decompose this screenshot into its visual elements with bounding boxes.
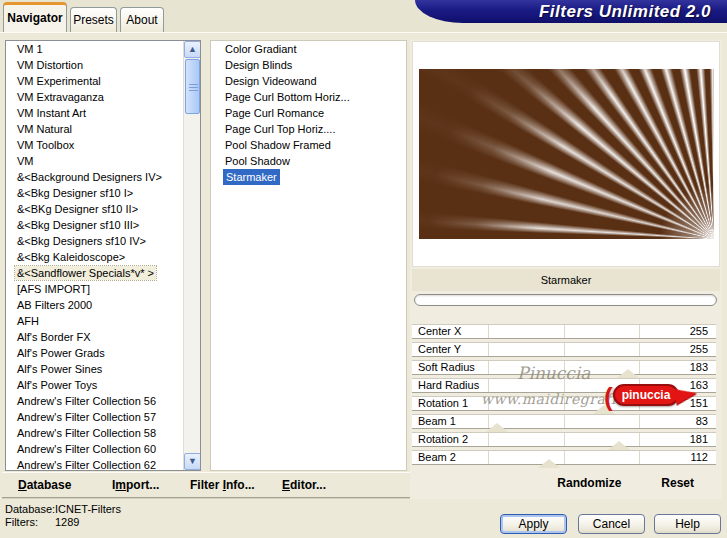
param-label: Beam 2 <box>418 451 456 464</box>
category-list-item[interactable]: Alf's Power Sines <box>6 361 183 377</box>
slider-thumb[interactable] <box>608 441 630 450</box>
cancel-button[interactable]: Cancel <box>578 514 645 534</box>
category-list-item[interactable]: &<Bkg Designer sf10 I> <box>6 185 183 201</box>
down-arrow-icon: ▼ <box>188 456 197 466</box>
category-list-item[interactable]: VM Natural <box>6 121 183 137</box>
filter-list-item[interactable]: Page Curl Romance <box>211 105 406 121</box>
tab-presets[interactable]: Presets <box>70 7 117 32</box>
scroll-down-button[interactable]: ▼ <box>184 453 201 470</box>
filter-list-item[interactable]: Design Videowand <box>211 73 406 89</box>
scroll-thumb[interactable] <box>185 59 200 114</box>
param-value: 255 <box>690 343 708 356</box>
app-title: Filters Unlimited 2.0 <box>539 2 711 22</box>
tab-navigator[interactable]: Navigator <box>3 2 67 32</box>
apply-button[interactable]: Apply <box>500 514 567 534</box>
category-list-item[interactable]: Alf's Power Toys <box>6 377 183 393</box>
category-list-item[interactable]: AB Filters 2000 <box>6 297 183 313</box>
status-filters-value: 1289 <box>55 516 79 529</box>
help-button[interactable]: Help <box>654 514 721 534</box>
slider-thumb[interactable] <box>617 369 639 378</box>
grip-icon <box>189 84 198 91</box>
stamp-label: pinuccia <box>613 384 680 406</box>
filter-list-item[interactable]: Color Gradiant <box>211 41 406 57</box>
filter-list-item[interactable]: Pool Shadow <box>211 153 406 169</box>
category-scrollbar[interactable]: ▲ ▼ <box>183 41 200 470</box>
param-label: Soft Radius <box>418 361 475 374</box>
filter-panel: Starmaker Center X 255 Center Y 255 Soft… <box>410 40 722 499</box>
param-value: 112 <box>690 451 708 464</box>
category-list-item[interactable]: Andrew's Filter Collection 57 <box>6 409 183 425</box>
param-label: Hard Radius <box>418 379 479 392</box>
category-list-item[interactable]: AFH <box>6 313 183 329</box>
category-list-item[interactable]: &<Sandflower Specials*v* > <box>6 265 183 281</box>
scroll-up-button[interactable]: ▲ <box>184 41 201 58</box>
menu-item-filter-info[interactable]: Filter Info... <box>190 478 255 492</box>
filter-listbox[interactable]: Color GradiantDesign BlindsDesign Videow… <box>210 40 407 471</box>
param-row[interactable]: Soft Radius 183 <box>412 360 716 375</box>
filters-unlimited-window: Navigator Presets About Filters Unlimite… <box>0 0 727 538</box>
filter-list-item[interactable]: Starmaker <box>211 169 406 185</box>
menu-item-import[interactable]: Import... <box>112 478 159 492</box>
category-list-item[interactable]: [AFS IMPORT] <box>6 281 183 297</box>
param-row[interactable]: Beam 1 83 <box>412 414 716 429</box>
stamp-paren: ( <box>604 384 613 410</box>
filter-list-item[interactable]: Design Blinds <box>211 57 406 73</box>
status-database-label: Database: <box>5 503 55 516</box>
category-list-item[interactable]: VM Toolbox <box>6 137 183 153</box>
menu-item-editor[interactable]: Editor... <box>282 478 326 492</box>
navigator-page: VM 1VM DistortionVM ExperimentalVM Extra… <box>0 32 727 538</box>
stamp-hand-icon <box>674 385 698 405</box>
category-list-item[interactable]: &<Bkg Kaleidoscope> <box>6 249 183 265</box>
param-row[interactable]: Center X 255 <box>412 324 716 339</box>
up-arrow-icon: ▲ <box>188 44 197 54</box>
category-list-item[interactable]: VM Instant Art <box>6 105 183 121</box>
param-value: 183 <box>690 361 708 374</box>
preview-panel <box>412 41 720 267</box>
randomize-button[interactable]: Randomize <box>557 476 621 490</box>
param-row[interactable]: Rotation 2 181 <box>412 432 716 447</box>
param-value: 83 <box>696 415 708 428</box>
category-listbox[interactable]: VM 1VM DistortionVM ExperimentalVM Extra… <box>5 40 201 471</box>
category-list-item[interactable]: &<Bkg Designers sf10 IV> <box>6 233 183 249</box>
pinuccia-stamp: ( pinuccia <box>604 382 697 408</box>
preview-image <box>419 69 714 239</box>
slider-thumb[interactable] <box>538 459 560 468</box>
category-list-item[interactable]: Andrew's Filter Collection 56 <box>6 393 183 409</box>
progress-bar <box>414 294 717 306</box>
param-value: 181 <box>690 433 708 446</box>
category-list-item[interactable]: VM Experimental <box>6 73 183 89</box>
param-row[interactable]: Beam 2 112 <box>412 450 716 465</box>
category-list-item[interactable]: Andrew's Filter Collection 60 <box>6 441 183 457</box>
filter-list-item[interactable]: Page Curl Bottom Horiz... <box>211 89 406 105</box>
param-label: Beam 1 <box>418 415 456 428</box>
reset-button[interactable]: Reset <box>661 476 694 490</box>
tab-about[interactable]: About <box>120 7 164 32</box>
category-list-item[interactable]: VM Extravaganza <box>6 89 183 105</box>
filter-list-item[interactable]: Pool Shadow Framed <box>211 137 406 153</box>
param-row[interactable]: Center Y 255 <box>412 342 716 357</box>
slider-thumb[interactable] <box>486 423 508 432</box>
category-list-item[interactable]: &<BKg Designer sf10 II> <box>6 201 183 217</box>
param-label: Rotation 2 <box>418 433 468 446</box>
title-banner: Filters Unlimited 2.0 <box>415 0 727 23</box>
category-list-item[interactable]: Andrew's Filter Collection 62 <box>6 457 183 471</box>
filter-list-item[interactable]: Page Curl Top Horiz.... <box>211 121 406 137</box>
header-bar: Navigator Presets About Filters Unlimite… <box>0 0 727 32</box>
category-list-item[interactable]: Alf's Border FX <box>6 329 183 345</box>
status-area: Database:ICNET-Filters Filters:1289 <box>5 503 121 529</box>
param-label: Center X <box>418 325 461 338</box>
category-list-item[interactable]: Alf's Power Grads <box>6 345 183 361</box>
status-database-value: ICNET-Filters <box>55 503 121 516</box>
param-label: Rotation 1 <box>418 397 468 410</box>
category-list-item[interactable]: &<Bkg Designer sf10 III> <box>6 217 183 233</box>
category-list-item[interactable]: VM 1 <box>6 41 183 57</box>
status-filters-label: Filters: <box>5 516 55 529</box>
category-list-item[interactable]: VM Distortion <box>6 57 183 73</box>
category-list-item[interactable]: VM <box>6 153 183 169</box>
menu-item-database[interactable]: Database <box>18 478 71 492</box>
category-list-item[interactable]: &<Background Designers IV> <box>6 169 183 185</box>
category-list-item[interactable]: Andrew's Filter Collection 58 <box>6 425 183 441</box>
param-label: Center Y <box>418 343 461 356</box>
menu-bar: Database Import... Filter Info... Editor… <box>2 472 410 497</box>
param-value: 255 <box>690 325 708 338</box>
